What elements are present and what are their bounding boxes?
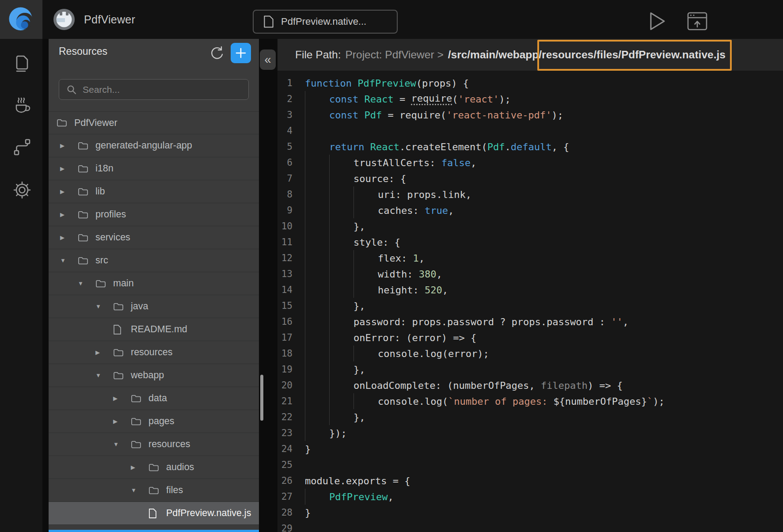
tree-item-main[interactable]: ▼main [49,272,259,295]
tree-item-readme-md[interactable]: README.md [49,318,259,341]
collapse-sidebar-button[interactable]: « [260,49,276,70]
chevron-down-icon[interactable]: ▼ [95,372,113,379]
chevron-right-icon[interactable]: ▶ [60,165,78,172]
indent-guide [329,266,353,282]
chevron-right-icon[interactable]: ▶ [60,234,78,241]
tree-item-java[interactable]: ▼java [49,295,259,318]
code-line-10[interactable]: 10}, [277,218,783,234]
code-line-26[interactable]: 26module.exports = { [277,473,783,489]
tree-item-services[interactable]: ▶services [49,226,259,249]
tree-item-files[interactable]: ▼files [49,479,259,502]
chevron-down-icon[interactable]: ▼ [113,441,131,448]
code-editor[interactable]: 1function PdfPreview(props) {2const Reac… [277,71,783,532]
code-token: , [448,205,454,216]
code-line-23[interactable]: 23}); [277,425,783,441]
code-line-4[interactable]: 4 [277,123,783,139]
chevron-right-icon[interactable]: ▶ [113,395,131,402]
tree-item-pdfpreview-native-js[interactable]: PdfPreview.native.js [49,502,259,525]
tree-item-resources[interactable]: ▶resources [49,341,259,364]
code-token: = [394,94,411,105]
tree-item-i18n[interactable]: ▶i18n [49,157,259,180]
line-number: 21 [277,396,293,407]
run-button[interactable] [646,10,669,33]
code-token: width: [378,269,419,280]
tree-item-resources[interactable]: ▼resources [49,433,259,456]
tree-item-label: pages [148,416,175,427]
line-content: PdfPreview, [305,489,394,505]
chevron-down-icon[interactable]: ▼ [95,303,113,310]
code-line-15[interactable]: 15}, [277,298,783,314]
project-chip: PdfViewer [53,0,135,39]
code-line-25[interactable]: 25 [277,457,783,473]
tree-item-lib[interactable]: ▶lib [49,180,259,203]
code-line-17[interactable]: 17onError: (error) => { [277,330,783,346]
tree-item-src[interactable]: ▼src [49,249,259,272]
add-resource-button[interactable] [231,43,251,63]
indent-guide [329,282,353,298]
chevron-right-icon[interactable]: ▶ [60,211,78,218]
tree-item-webapp[interactable]: ▼webapp [49,364,259,387]
code-line-3[interactable]: 3const Pdf = require('react-native-pdf')… [277,107,783,123]
code-line-11[interactable]: 11style: { [277,234,783,250]
tab-pdfpreview-native[interactable]: PdfPreview.native... [253,10,398,34]
coffee-icon[interactable] [12,95,32,115]
code-line-13[interactable]: 13width: 380, [277,266,783,282]
code-line-1[interactable]: 1function PdfPreview(props) { [277,75,783,91]
tree-item-pages[interactable]: ▶pages [49,410,259,433]
pages-icon[interactable] [12,53,32,73]
code-line-6[interactable]: 6trustAllCerts: false, [277,155,783,171]
chevron-down-icon[interactable]: ▼ [60,257,78,264]
code-line-12[interactable]: 12flex: 1, [277,250,783,266]
indent-guide [305,425,329,441]
chevron-right-icon[interactable]: ▶ [131,464,148,471]
tree-item-label: generated-angular-app [95,140,192,151]
code-line-8[interactable]: 8uri: props.link, [277,186,783,202]
tree-item-data[interactable]: ▶data [49,387,259,410]
code-line-22[interactable]: 22}, [277,409,783,425]
flow-icon[interactable] [12,137,32,157]
tree-item-pdfviewer[interactable]: PdfViewer [49,111,259,134]
line-number: 5 [277,141,293,152]
code-line-14[interactable]: 14height: 520, [277,282,783,298]
file-icon [113,324,131,335]
line-content: onLoadComplete: (numberOfPages, filepath… [305,377,623,393]
indent-guide [329,298,353,314]
code-line-20[interactable]: 20onLoadComplete: (numberOfPages, filepa… [277,377,783,393]
chevron-right-icon[interactable]: ▶ [95,349,113,356]
tree-item-audios[interactable]: ▶audios [49,456,259,479]
chevron-down-icon[interactable]: ▼ [78,280,95,287]
code-line-7[interactable]: 7source: { [277,171,783,186]
indent-guide [329,409,353,425]
code-token: PdfPreview [329,491,388,502]
line-number: 13 [277,269,293,279]
tree-item-profiles[interactable]: ▶profiles [49,203,259,226]
code-token: .createElement( [399,141,487,152]
code-line-21[interactable]: 21console.log(`number of pages: ${number… [277,393,783,409]
code-line-29[interactable]: 29 [277,521,783,532]
gear-icon[interactable] [12,180,32,200]
publish-button[interactable] [686,10,709,33]
refresh-button[interactable] [207,42,227,63]
code-line-18[interactable]: 18console.log(error); [277,346,783,361]
code-line-16[interactable]: 16password: props.password ? props.passw… [277,314,783,330]
search-input[interactable] [83,84,248,95]
code-line-24[interactable]: 24} [277,441,783,457]
indent-guide [353,266,378,282]
code-line-5[interactable]: 5return React.createElement(Pdf.default,… [277,139,783,155]
indent-guide [329,314,353,330]
code-line-28[interactable]: 28} [277,505,783,521]
tree-item-generated-angular-app[interactable]: ▶generated-angular-app [49,134,259,157]
code-line-19[interactable]: 19}, [277,361,783,377]
code-line-27[interactable]: 27PdfPreview, [277,489,783,505]
code-line-9[interactable]: 9caches: true, [277,202,783,218]
code-token: trustAllCerts: [353,157,441,168]
code-line-2[interactable]: 2const React = require('react'); [277,91,783,107]
sidebar-scrollbar[interactable] [260,375,263,421]
chevron-right-icon[interactable]: ▶ [60,142,78,149]
code-token: 'react-native-pdf' [446,110,551,121]
indent-guide [305,139,329,155]
chevron-right-icon[interactable]: ▶ [113,418,131,425]
chevron-down-icon[interactable]: ▼ [131,487,148,494]
chevron-right-icon[interactable]: ▶ [60,188,78,195]
line-content: flex: 1, [305,250,425,266]
